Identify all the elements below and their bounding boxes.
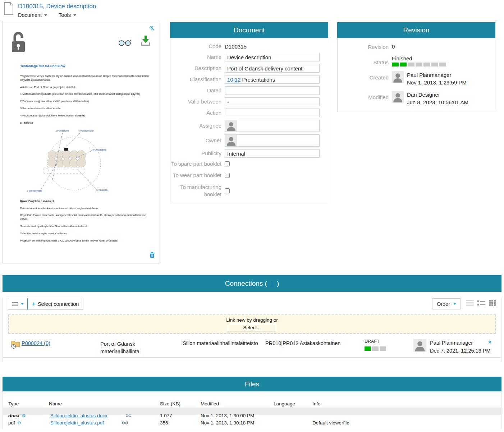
view-switcher (466, 300, 496, 308)
gear-icon[interactable]: ⚙ (22, 414, 26, 418)
avatar (225, 135, 237, 146)
diagram-label: 2 Purkuasema (91, 148, 106, 151)
gear-icon[interactable]: ⚙ (17, 421, 21, 425)
valid-between-field[interactable] (225, 97, 320, 106)
to-manufacturing-booklet-label: To manufacturing booklet (170, 184, 221, 198)
plus-icon: + (32, 301, 36, 307)
status-progress-bar (392, 63, 447, 66)
glasses-view-icon[interactable] (118, 38, 132, 48)
remove-connection-icon[interactable]: × (488, 339, 491, 345)
owner-field[interactable] (225, 134, 320, 147)
column-modified: Modified (201, 401, 274, 406)
avatar (392, 71, 404, 83)
file-type: docx (8, 413, 20, 418)
revision-panel: Revision Revision 0 Status Finished Crea… (337, 22, 495, 112)
diagram-label: 3 Porrastorni (55, 129, 69, 132)
column-language: Language (274, 401, 312, 406)
file-modified: Nov 1, 2013, 1:30:00 PM (201, 413, 274, 418)
preview-paragraph: Yritetään testata myös muutoshallintaa (20, 232, 149, 236)
assignee-field[interactable] (225, 120, 320, 132)
glasses-view-icon[interactable] (106, 415, 128, 431)
connections-menu-button[interactable] (8, 298, 27, 309)
column-name: Name (49, 401, 160, 406)
assignee-label: Assignee (170, 122, 221, 129)
connections-count-link[interactable]: 1 (270, 280, 274, 287)
action-label: Action (170, 109, 221, 116)
connections-section: Connections ( 1 ) + Select connection (3, 275, 501, 362)
connection-user: Paul Planmanager (430, 339, 490, 347)
preview-paragraph: Asiakas on Port of Gdansk, ja projekti s… (20, 86, 149, 89)
classification-link-1[interactable]: 10 (227, 77, 233, 83)
detail-list-view-icon[interactable] (477, 300, 485, 308)
to-spare-part-booklet-label: To spare part booklet (170, 160, 221, 167)
connection-code-link[interactable]: P000024 (0) (22, 340, 50, 346)
menu-tools[interactable]: Tools (59, 12, 76, 18)
to-manufacturing-booklet-checkbox[interactable] (225, 188, 230, 193)
description-field[interactable] (225, 64, 320, 73)
file-info: Default viewerfile (312, 420, 501, 426)
preview-paragraph: Yrityksemme Vertex Systems Oy on saanut … (20, 74, 149, 82)
file-type: pdf (8, 420, 15, 426)
status-label: Status (338, 55, 389, 66)
topbar: D100315, Device description Document Too… (4, 2, 96, 18)
menu-document[interactable]: Document (18, 12, 47, 18)
lock-open-icon (10, 31, 27, 54)
select-dialog-button[interactable]: Select... (228, 324, 276, 331)
to-spare-part-booklet-checkbox[interactable] (225, 161, 230, 166)
preview-doc-title: Testanlage mit G4 und Flow (20, 64, 149, 69)
grid-view-icon[interactable] (489, 300, 496, 308)
document-page-icon (4, 2, 14, 18)
order-button[interactable]: Order (432, 298, 461, 309)
name-field[interactable] (225, 53, 320, 61)
order-label: Order (437, 301, 450, 307)
file-modified: Nov 1, 2013, 1:30:18 PM (201, 420, 274, 426)
column-size: Size (KB) (160, 401, 201, 406)
connections-title-prefix: Connections ( (225, 280, 267, 287)
zoom-icon[interactable] (149, 26, 155, 32)
link-drop-zone[interactable]: Link new by dragging or Select... (8, 314, 496, 334)
connection-description: Siilon materiaalinhallintalaitteisto (183, 340, 258, 346)
select-connection-label: Select connection (38, 301, 79, 307)
files-table-header: Type Name Size (KB) Modified Language In… (3, 400, 501, 408)
avatar (413, 339, 426, 352)
publicity-label: Publicity (170, 150, 221, 157)
publicity-field[interactable] (225, 149, 320, 158)
files-header: Files (3, 377, 501, 391)
name-label: Name (170, 54, 221, 61)
to-wear-part-booklet-checkbox[interactable] (225, 173, 230, 178)
select-connection-button[interactable]: + Select connection (28, 298, 83, 309)
connection-classification: PR010|PR012 Asiakaskohtainen (265, 340, 340, 346)
trash-icon[interactable] (150, 252, 155, 259)
created-label: Created (338, 71, 389, 86)
revision-panel-header: Revision (337, 22, 495, 38)
menu-tools-label: Tools (59, 12, 71, 18)
action-field[interactable] (225, 109, 320, 117)
dated-field[interactable] (225, 86, 320, 95)
file-row[interactable]: docx ⚙ Siiloprojektin_alustus.docx (3, 408, 501, 415)
preview-list-item: 3 Porrastorni maasta siilon katolle (20, 107, 149, 111)
files-section: Files Type Name Size (KB) Modified Langu… (3, 377, 501, 429)
to-wear-part-booklet-label: To wear part booklet (170, 172, 221, 179)
preview-document: Testanlage mit G4 und Flow Yrityksemme V… (3, 21, 160, 243)
file-name-link[interactable]: Siiloprojektin_alustus.pdf (49, 420, 104, 426)
column-type: Type (8, 401, 49, 406)
connections-header: Connections ( 1 ) (3, 275, 501, 292)
connection-row[interactable]: P000024 (0) Port of Gdansk materiaalihal… (3, 337, 501, 358)
classification-label: Classification (170, 76, 221, 83)
preview-paragraph: Dokumentaation asiakkaan suuntaan on olt… (20, 207, 149, 211)
project-folder-icon (11, 340, 21, 350)
download-icon[interactable] (140, 35, 151, 48)
preview-paragraph: Projektiin on liitetty layout-malli VX20… (20, 239, 149, 243)
preview-list-item: 5 Taukotila (20, 121, 149, 125)
modified-label: Modified (338, 91, 389, 106)
classification-field[interactable]: 10|12 Presentations (225, 75, 320, 84)
preview-caption: Kuva: Projektin osa-alueet (20, 199, 149, 203)
menu-document-label: Document (18, 12, 42, 18)
preview-list-item: 2 Purkuasema (josta siilon sisältö puret… (20, 100, 149, 104)
document-preview-panel: Testanlage mit G4 und Flow Yrityksemme V… (3, 21, 160, 263)
classification-link-2[interactable]: 12 (235, 77, 241, 83)
avatar (225, 120, 237, 132)
classification-text: Presentations (242, 77, 275, 83)
connections-toolbar-left: + Select connection (8, 298, 83, 310)
list-view-icon[interactable] (466, 300, 474, 308)
